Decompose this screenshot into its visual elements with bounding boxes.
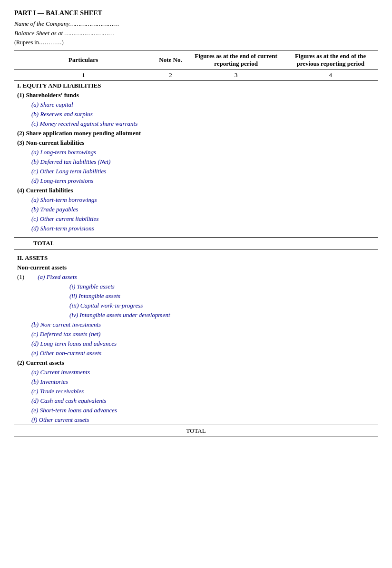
share-application-cell: (2) Share application money pending allo…	[14, 129, 378, 138]
row-intangible-assets: (ii) Intangible assets	[14, 291, 378, 301]
row-other-current-liabilities: (c) Other current liabilities	[14, 214, 378, 224]
current-assets-cell: (2) Current assets	[14, 358, 378, 368]
inventories-label: (b) Inventories	[17, 378, 375, 386]
short-term-loans-advances-label: (e) Short-term loans and advances	[17, 407, 375, 414]
share-capital-cell: (a) Share capital	[14, 100, 378, 110]
company-name-dots: ………………………	[69, 20, 119, 27]
row-shareholders-funds: (1) Shareholders' funds	[14, 90, 378, 100]
row-trade-payables: (b) Trade payables	[14, 205, 378, 214]
col-num-4: 4	[283, 70, 378, 81]
long-term-borrowings-label: (a) Long-term borrowings	[17, 149, 375, 156]
current-assets-label: (2) Current assets	[17, 359, 64, 366]
long-term-provisions-label: (d) Long-term provisions	[17, 177, 375, 185]
row-money-received: (c) Money received against share warrant…	[14, 119, 378, 129]
trade-receivables-cell: (c) Trade receivables	[14, 387, 378, 396]
tangible-assets-cell: (i) Tangible assets	[14, 282, 378, 291]
row-other-current-assets: (f) Other current assets	[14, 415, 378, 425]
row-total-2: TOTAL	[14, 425, 378, 437]
non-current-liabilities-cell: (3) Non-current liabilities	[14, 138, 378, 148]
row-other-non-current: (e) Other non-current assets	[14, 349, 378, 358]
share-capital-label: (a) Share capital	[17, 101, 375, 109]
short-term-borrowings-label: (a) Short-term borrowings	[17, 196, 375, 204]
shareholders-funds-label: (1) Shareholders' funds	[14, 90, 378, 100]
short-term-borrowings-cell: (a) Short-term borrowings	[14, 195, 378, 205]
total-1-label: TOTAL	[14, 238, 378, 249]
other-current-assets-cell: (f) Other current assets	[14, 415, 378, 425]
row-deferred-tax-assets: (c) Deferred tax assets (net)	[14, 329, 378, 339]
company-name-label: Name of the Company	[14, 20, 69, 27]
row-short-term-borrowings: (a) Short-term borrowings	[14, 195, 378, 205]
long-term-loans-label: (d) Long-term loans and advances	[17, 340, 375, 348]
short-term-provisions-label: (d) Short-term provisions	[17, 225, 375, 232]
section-assets: II. ASSETS	[14, 253, 378, 263]
header-figures-current: Figures as at the end of current reporti…	[189, 50, 284, 70]
row-non-current-liabilities: (3) Non-current liabilities	[14, 138, 378, 148]
money-received-label: (c) Money received against share warrant…	[17, 120, 375, 128]
non-current-assets-cell: Non-current assets	[14, 263, 378, 272]
fixed-assets-label: (a) Fixed assets	[38, 273, 77, 280]
non-current-liabilities-label: (3) Non-current liabilities	[17, 139, 84, 146]
inventories-cell: (b) Inventories	[14, 377, 378, 387]
balance-sheet-line: Balance Sheet as at ………………………	[14, 30, 378, 37]
other-current-liabilities-cell: (c) Other current liabilities	[14, 214, 378, 224]
tangible-assets-label: (i) Tangible assets	[17, 283, 375, 290]
assets-header: II. ASSETS	[14, 253, 378, 263]
row-current-liabilities: (4) Current liabilities	[14, 186, 378, 195]
current-investments-cell: (a) Current investments	[14, 368, 378, 377]
total-2-label: TOTAL	[14, 425, 378, 437]
equity-liabilities-header: I. EQUITY AND LIABILITIES	[14, 81, 378, 91]
header-figures-previous: Figures as at the end of the previous re…	[283, 50, 378, 70]
row-trade-receivables: (c) Trade receivables	[14, 387, 378, 396]
trade-receivables-label: (c) Trade receivables	[17, 388, 375, 395]
col-num-2: 2	[152, 70, 188, 81]
long-term-provisions-cell: (d) Long-term provisions	[14, 176, 378, 186]
short-term-provisions-cell: (d) Short-term provisions	[14, 224, 378, 233]
row-capital-wip: (iii) Capital work-in-progress	[14, 301, 378, 310]
row-inventories: (b) Inventories	[14, 377, 378, 387]
cash-equivalents-cell: (d) Cash and cash equivalents	[14, 396, 378, 406]
row-current-assets-header: (2) Current assets	[14, 358, 378, 368]
fixed-assets-num: (1)	[17, 273, 36, 281]
long-term-borrowings-cell: (a) Long-term borrowings	[14, 148, 378, 157]
row-share-capital: (a) Share capital	[14, 100, 378, 110]
deferred-tax-liabilities-label: (b) Deferred tax liabilities (Net)	[17, 158, 375, 166]
row-long-term-loans: (d) Long-term loans and advances	[14, 339, 378, 349]
deferred-tax-assets-cell: (c) Deferred tax assets (net)	[14, 329, 378, 339]
row-fixed-assets: (1) (a) Fixed assets	[14, 272, 378, 282]
intangible-under-dev-cell: (iv) Intangible assets under development	[14, 310, 378, 320]
non-current-investments-label: (b) Non-current investments	[17, 321, 375, 329]
rupees-line: (Rupees in…………)	[14, 39, 378, 46]
row-tangible-assets: (i) Tangible assets	[14, 282, 378, 291]
row-current-investments: (a) Current investments	[14, 368, 378, 377]
current-liabilities-label: (4) Current liabilities	[17, 187, 73, 194]
balance-sheet-label: Balance Sheet as at	[14, 30, 63, 37]
row-reserves-surplus: (b) Reserves and surplus	[14, 110, 378, 119]
row-long-term-borrowings: (a) Long-term borrowings	[14, 148, 378, 157]
capital-wip-cell: (iii) Capital work-in-progress	[14, 301, 378, 310]
section-equity-liabilities: I. EQUITY AND LIABILITIES	[14, 81, 378, 91]
fixed-assets-cell: (1) (a) Fixed assets	[14, 272, 378, 282]
balance-sheet-dots: ………………………	[64, 30, 114, 37]
spacer-row-2	[14, 249, 378, 254]
other-current-assets-label: (f) Other current assets	[17, 416, 375, 424]
other-long-term-cell: (c) Other Long term liabilities	[14, 167, 378, 176]
row-intangible-under-dev: (iv) Intangible assets under development	[14, 310, 378, 320]
row-share-application: (2) Share application money pending allo…	[14, 129, 378, 138]
row-total-1: TOTAL	[14, 238, 378, 249]
other-long-term-label: (c) Other Long term liabilities	[17, 168, 375, 175]
other-non-current-cell: (e) Other non-current assets	[14, 349, 378, 358]
balance-sheet-table: Particulars Note No. Figures as at the e…	[14, 50, 378, 437]
header-note-no: Note No.	[152, 50, 188, 70]
deferred-tax-liabilities-cell: (b) Deferred tax liabilities (Net)	[14, 157, 378, 167]
non-current-assets-label: Non-current assets	[17, 264, 67, 271]
money-received-cell: (c) Money received against share warrant…	[14, 119, 378, 129]
part-title: PART I — BALANCE SHEET	[14, 10, 378, 17]
intangible-under-dev-label: (iv) Intangible assets under development	[17, 311, 375, 319]
row-other-long-term: (c) Other Long term liabilities	[14, 167, 378, 176]
reserves-surplus-label: (b) Reserves and surplus	[17, 110, 375, 118]
cash-equivalents-label: (d) Cash and cash equivalents	[17, 397, 375, 405]
trade-payables-label: (b) Trade payables	[17, 206, 375, 213]
row-short-term-loans-advances: (e) Short-term loans and advances	[14, 406, 378, 415]
col-num-1: 1	[14, 70, 152, 81]
row-non-current-investments: (b) Non-current investments	[14, 320, 378, 329]
